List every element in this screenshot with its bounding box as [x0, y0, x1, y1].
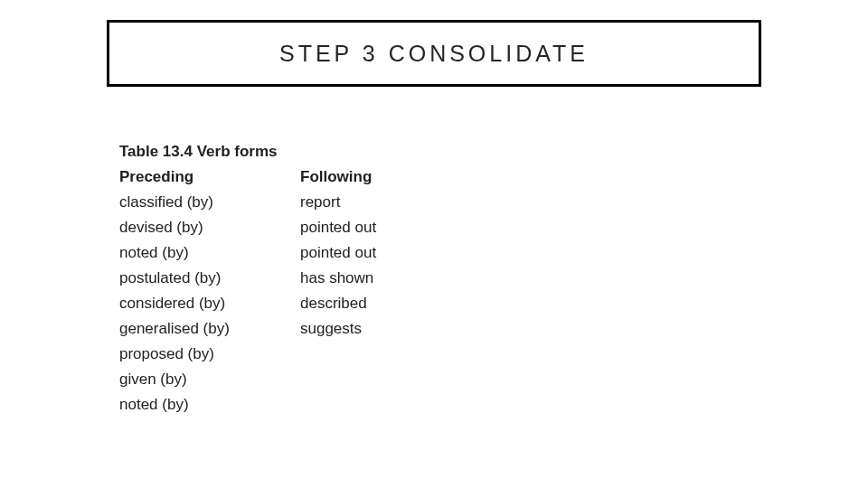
cell-following: pointed out: [300, 215, 481, 240]
cell-following: [300, 392, 481, 418]
slide: STEP 3 CONSOLIDATE Table 13.4 Verb forms…: [0, 0, 868, 488]
table-row: given (by): [119, 367, 481, 392]
col-header-preceding: Preceding: [119, 164, 300, 190]
col-header-following: Following: [300, 164, 481, 190]
cell-preceding: proposed (by): [119, 342, 300, 367]
table-row: noted (by): [119, 392, 481, 418]
cell-preceding: noted (by): [119, 392, 300, 418]
cell-preceding: generalised (by): [119, 316, 300, 342]
table-row: proposed (by): [119, 342, 481, 367]
cell-preceding: given (by): [119, 367, 300, 392]
cell-preceding: noted (by): [119, 240, 300, 266]
verb-forms-table: Preceding Following classified (by) repo…: [119, 164, 481, 418]
table-row: considered (by) described: [119, 291, 481, 316]
table-caption: Table 13.4 Verb forms: [119, 143, 481, 161]
cell-following: [300, 367, 481, 392]
cell-following: report: [300, 190, 481, 215]
cell-preceding: devised (by): [119, 215, 300, 240]
cell-following: suggests: [300, 316, 481, 342]
cell-preceding: considered (by): [119, 291, 300, 316]
cell-following: pointed out: [300, 240, 481, 266]
cell-following: [300, 342, 481, 367]
cell-preceding: postulated (by): [119, 266, 300, 291]
table-row: generalised (by) suggests: [119, 316, 481, 342]
table-wrapper: Table 13.4 Verb forms Preceding Followin…: [119, 143, 481, 418]
table-row: postulated (by) has shown: [119, 266, 481, 291]
cell-following: has shown: [300, 266, 481, 291]
table-header-row: Preceding Following: [119, 164, 481, 190]
table-row: classified (by) report: [119, 190, 481, 215]
table-row: noted (by) pointed out: [119, 240, 481, 266]
title-box: STEP 3 CONSOLIDATE: [107, 20, 761, 87]
cell-following: described: [300, 291, 481, 316]
page-title: STEP 3 CONSOLIDATE: [279, 41, 589, 67]
cell-preceding: classified (by): [119, 190, 300, 215]
table-row: devised (by) pointed out: [119, 215, 481, 240]
